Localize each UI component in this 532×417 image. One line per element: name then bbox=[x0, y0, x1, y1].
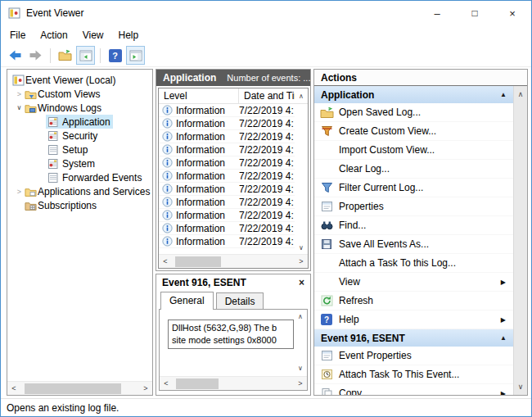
show-action-pane-button[interactable] bbox=[126, 46, 145, 65]
action-create-custom-view[interactable]: Create Custom View... bbox=[314, 122, 513, 141]
menu-file[interactable]: File bbox=[2, 27, 33, 43]
close-preview-icon[interactable]: × bbox=[299, 277, 304, 288]
submenu-arrow-icon: ▶ bbox=[501, 279, 513, 286]
scroll-left-icon[interactable]: < bbox=[7, 384, 20, 392]
menu-view[interactable]: View bbox=[75, 27, 111, 43]
action-event-properties[interactable]: Event Properties bbox=[314, 347, 513, 365]
event-row[interactable]: Information7/22/2019 4: bbox=[159, 143, 295, 156]
action-label: Copy bbox=[339, 388, 362, 395]
scroll-thumb[interactable] bbox=[176, 378, 219, 389]
tree-item-custom-views[interactable]: > Custom Views bbox=[7, 87, 152, 101]
action-help[interactable]: ? Help ▶ bbox=[314, 310, 513, 329]
action-copy[interactable]: Copy ▶ bbox=[314, 384, 513, 395]
tree-horizontal-scrollbar[interactable]: < > bbox=[7, 381, 152, 395]
event-row[interactable]: Information7/22/2019 4: bbox=[159, 235, 295, 248]
list-horizontal-scrollbar[interactable]: < > bbox=[159, 254, 308, 268]
back-arrow-icon bbox=[8, 49, 22, 61]
chevron-down-icon[interactable]: ∨ bbox=[14, 104, 25, 111]
action-import-custom-view[interactable]: Import Custom View... bbox=[314, 141, 513, 160]
event-row[interactable]: Information7/22/2019 4: bbox=[159, 209, 295, 222]
funnel-blue-icon bbox=[319, 181, 334, 194]
column-level[interactable]: Level bbox=[159, 88, 239, 103]
minimize-button[interactable]: – bbox=[418, 1, 456, 25]
action-properties[interactable]: Properties bbox=[314, 197, 513, 216]
event-row[interactable]: Information7/22/2019 4: bbox=[159, 196, 295, 209]
tree-item-forwarded-events[interactable]: Forwarded Events bbox=[7, 170, 152, 184]
tree-item-windows-logs[interactable]: ∨ Windows Logs bbox=[7, 101, 152, 115]
scroll-left-icon[interactable]: < bbox=[160, 379, 173, 388]
chevron-right-icon[interactable]: > bbox=[14, 188, 25, 196]
event-row[interactable]: Information7/22/2019 4: bbox=[159, 117, 295, 130]
scroll-track[interactable] bbox=[20, 382, 139, 395]
scroll-track[interactable] bbox=[172, 255, 295, 268]
preview-vertical-scrollbar[interactable]: ∧ ∨ bbox=[294, 310, 307, 376]
action-attach-task-to-event[interactable]: Attach Task To This Event... bbox=[314, 365, 513, 384]
section-event-916-esent[interactable]: Event 916, ESENT ▲ bbox=[314, 329, 513, 347]
scroll-down-icon[interactable]: ∨ bbox=[294, 363, 307, 374]
collapse-icon[interactable]: ▲ bbox=[500, 334, 507, 342]
action-view[interactable]: View ▶ bbox=[314, 273, 513, 292]
scroll-down-icon[interactable]: ∨ bbox=[518, 381, 524, 392]
action-clear-log[interactable]: Clear Log... bbox=[314, 160, 513, 179]
column-date-and-time[interactable]: Date and Tir bbox=[239, 88, 295, 103]
event-row[interactable]: Information7/22/2019 4: bbox=[159, 130, 295, 143]
scroll-thumb[interactable] bbox=[25, 383, 121, 394]
action-find[interactable]: Find... bbox=[314, 216, 513, 235]
tree-item-subscriptions[interactable]: Subscriptions bbox=[7, 198, 152, 212]
tree-item-label: System bbox=[62, 158, 95, 170]
preview-horizontal-scrollbar[interactable]: < > bbox=[160, 376, 307, 390]
section-application[interactable]: Application ▲ bbox=[314, 86, 513, 103]
action-pane-icon bbox=[129, 50, 142, 61]
tree-item-security[interactable]: Security bbox=[7, 129, 152, 143]
action-attach-task-to-log[interactable]: Attach a Task To this Log... bbox=[314, 254, 513, 273]
action-save-all-events-as[interactable]: Save All Events As... bbox=[314, 235, 513, 254]
copy-icon bbox=[319, 387, 334, 395]
event-row[interactable]: Information7/22/2019 4: bbox=[159, 156, 295, 170]
scroll-right-icon[interactable]: > bbox=[295, 257, 308, 265]
event-row[interactable]: Information7/22/2019 4: bbox=[159, 222, 295, 235]
chevron-right-icon[interactable]: > bbox=[14, 90, 25, 98]
scroll-up-icon[interactable]: ∧ bbox=[294, 311, 307, 323]
scroll-right-icon[interactable]: > bbox=[139, 384, 152, 392]
action-label: Attach a Task To this Log... bbox=[339, 257, 456, 269]
event-description[interactable]: DllHost (5632,G,98) The b site mode sett… bbox=[168, 320, 294, 349]
information-icon bbox=[162, 144, 173, 155]
help-button[interactable]: ? bbox=[106, 46, 124, 65]
tree-item-system[interactable]: System bbox=[7, 156, 152, 170]
action-filter-current-log[interactable]: Filter Current Log... bbox=[314, 179, 513, 197]
tree-item-event-viewer-local[interactable]: Event Viewer (Local) bbox=[7, 73, 152, 87]
event-row[interactable]: Information7/22/2019 4: bbox=[159, 183, 295, 196]
scroll-left-icon[interactable]: < bbox=[159, 257, 172, 265]
tab-general[interactable]: General bbox=[160, 292, 214, 310]
tree-item-applications-services-logs[interactable]: > Applications and Services Lo bbox=[7, 184, 152, 198]
close-button[interactable]: × bbox=[494, 1, 531, 25]
event-row[interactable]: Information7/22/2019 4: bbox=[159, 170, 295, 183]
event-row[interactable]: Information7/22/2019 4: bbox=[159, 104, 295, 117]
maximize-button[interactable]: □ bbox=[456, 1, 494, 25]
action-label: Filter Current Log... bbox=[339, 182, 423, 193]
scroll-down-icon[interactable]: ∨ bbox=[295, 242, 308, 254]
action-open-saved-log[interactable]: Open Saved Log... bbox=[314, 103, 513, 122]
menu-help[interactable]: Help bbox=[111, 27, 147, 43]
scroll-thumb[interactable] bbox=[175, 256, 221, 267]
tab-details[interactable]: Details bbox=[216, 292, 264, 309]
forward-button[interactable] bbox=[26, 46, 45, 65]
selected-highlight: Application bbox=[46, 115, 113, 129]
scroll-up-icon[interactable]: ∧ bbox=[295, 88, 308, 103]
scroll-up-icon[interactable]: ∧ bbox=[518, 88, 524, 100]
information-icon bbox=[162, 184, 173, 194]
collapse-icon[interactable]: ▲ bbox=[500, 91, 507, 98]
menu-action[interactable]: Action bbox=[33, 27, 74, 43]
scroll-right-icon[interactable]: > bbox=[294, 379, 307, 388]
back-button[interactable] bbox=[6, 46, 25, 65]
actions-vertical-scrollbar[interactable]: ∧ ∨ bbox=[513, 86, 527, 395]
tree-item-setup[interactable]: Setup bbox=[7, 143, 152, 156]
action-refresh[interactable]: Refresh bbox=[314, 292, 513, 310]
show-console-tree-button[interactable] bbox=[76, 46, 95, 65]
open-saved-log-button[interactable] bbox=[56, 46, 74, 65]
save-icon bbox=[319, 238, 334, 251]
scroll-track[interactable] bbox=[173, 377, 294, 390]
event-preview-pane: Event 916, ESENT × General Details DllHo… bbox=[156, 274, 311, 396]
tree-item-application[interactable]: Application bbox=[7, 115, 152, 129]
list-vertical-scrollbar[interactable]: ∨ bbox=[295, 104, 308, 254]
